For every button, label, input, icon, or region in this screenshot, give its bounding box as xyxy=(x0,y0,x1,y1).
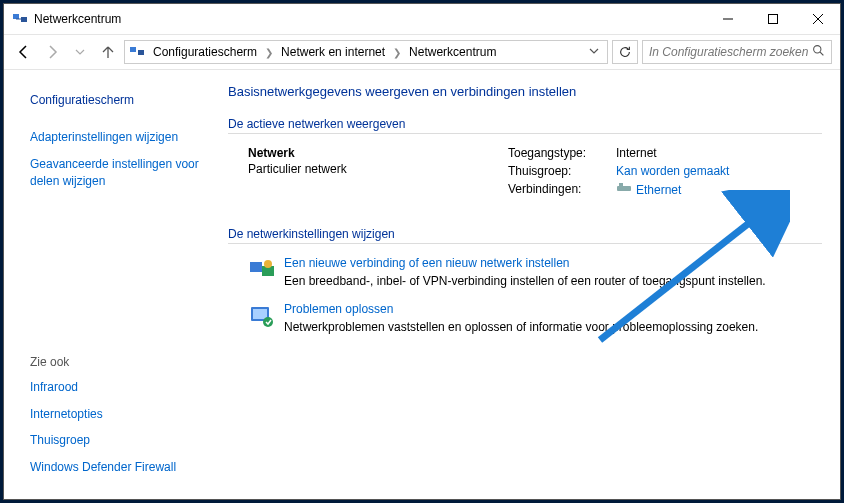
svg-point-5 xyxy=(814,46,821,53)
forward-button[interactable] xyxy=(40,40,64,64)
sidebar-link-homegroup[interactable]: Thuisgroep xyxy=(18,427,206,454)
breadcrumb-item[interactable]: Netwerkcentrum xyxy=(405,45,500,59)
svg-rect-8 xyxy=(250,262,262,272)
connections-label: Verbindingen: xyxy=(508,182,608,197)
sidebar: Configuratiescherm Adapterinstellingen w… xyxy=(4,70,220,499)
search-box[interactable] xyxy=(642,40,832,64)
section-active-networks: De actieve netwerken weergeven xyxy=(228,117,822,131)
svg-rect-6 xyxy=(617,186,631,191)
section-change-settings: De netwerkinstellingen wijzigen xyxy=(228,227,822,241)
sidebar-head-control-panel[interactable]: Configuratiescherm xyxy=(18,88,206,112)
access-type-label: Toegangstype: xyxy=(508,146,608,160)
maximize-button[interactable] xyxy=(750,5,795,33)
divider xyxy=(228,133,822,134)
access-type-value: Internet xyxy=(616,146,729,160)
refresh-button[interactable] xyxy=(612,40,638,64)
task-new-connection-link[interactable]: Een nieuwe verbinding of een nieuw netwe… xyxy=(284,256,766,270)
ethernet-icon xyxy=(616,182,632,197)
svg-rect-4 xyxy=(138,50,144,55)
active-network-row: Netwerk Particulier netwerk Toegangstype… xyxy=(248,146,822,197)
task-new-connection: Een nieuwe verbinding of een nieuw netwe… xyxy=(248,256,822,288)
body: Configuratiescherm Adapterinstellingen w… xyxy=(4,70,840,499)
breadcrumb-item[interactable]: Netwerk en internet xyxy=(277,45,389,59)
new-connection-icon xyxy=(248,256,276,284)
address-bar[interactable]: Configuratiescherm ❯ Netwerk en internet… xyxy=(124,40,608,64)
back-button[interactable] xyxy=(12,40,36,64)
svg-rect-0 xyxy=(13,14,19,19)
task-troubleshoot-desc: Netwerkproblemen vaststellen en oplossen… xyxy=(284,320,758,334)
svg-rect-12 xyxy=(253,309,267,319)
chevron-right-icon[interactable]: ❯ xyxy=(391,47,403,58)
network-center-icon xyxy=(129,44,145,60)
recent-locations-button[interactable] xyxy=(68,40,92,64)
svg-rect-2 xyxy=(768,15,777,24)
window: Netwerkcentrum Configuratiescherm ❯ Netw… xyxy=(3,3,841,500)
main-content: Basisnetwerkgegevens weergeven en verbin… xyxy=(220,70,840,499)
troubleshoot-icon xyxy=(248,302,276,330)
divider xyxy=(228,243,822,244)
sidebar-link-infrared[interactable]: Infrarood xyxy=(18,374,206,401)
homegroup-label: Thuisgroep: xyxy=(508,164,608,178)
connection-link-ethernet[interactable]: Ethernet xyxy=(636,183,681,197)
sidebar-link-adapter-settings[interactable]: Adapterinstellingen wijzigen xyxy=(18,124,206,151)
titlebar: Netwerkcentrum xyxy=(4,4,840,34)
chevron-right-icon[interactable]: ❯ xyxy=(263,47,275,58)
sidebar-link-internet-options[interactable]: Internetopties xyxy=(18,401,206,428)
task-new-connection-desc: Een breedband-, inbel- of VPN-verbinding… xyxy=(284,274,766,288)
task-troubleshoot: Problemen oplossen Netwerkproblemen vast… xyxy=(248,302,822,334)
network-type: Particulier netwerk xyxy=(248,162,508,176)
network-center-icon xyxy=(12,11,28,27)
svg-rect-3 xyxy=(130,47,136,52)
minimize-button[interactable] xyxy=(705,5,750,33)
search-input[interactable] xyxy=(649,45,808,59)
task-troubleshoot-link[interactable]: Problemen oplossen xyxy=(284,302,758,316)
search-icon[interactable] xyxy=(812,44,825,60)
svg-point-10 xyxy=(264,260,272,268)
homegroup-link[interactable]: Kan worden gemaakt xyxy=(616,164,729,178)
window-title: Netwerkcentrum xyxy=(34,12,705,26)
close-button[interactable] xyxy=(795,5,840,33)
svg-point-13 xyxy=(263,317,273,327)
sidebar-link-advanced-sharing[interactable]: Geavanceerde instellingen voor delen wij… xyxy=(18,151,206,195)
svg-rect-7 xyxy=(619,183,623,186)
network-name: Netwerk xyxy=(248,146,508,160)
sidebar-link-firewall[interactable]: Windows Defender Firewall xyxy=(18,454,206,481)
page-title: Basisnetwerkgegevens weergeven en verbin… xyxy=(228,84,822,99)
up-button[interactable] xyxy=(96,40,120,64)
breadcrumb-item[interactable]: Configuratiescherm xyxy=(149,45,261,59)
toolbar: Configuratiescherm ❯ Netwerk en internet… xyxy=(4,34,840,70)
address-dropdown-icon[interactable] xyxy=(585,45,603,59)
sidebar-section-see-also: Zie ook xyxy=(18,350,206,374)
